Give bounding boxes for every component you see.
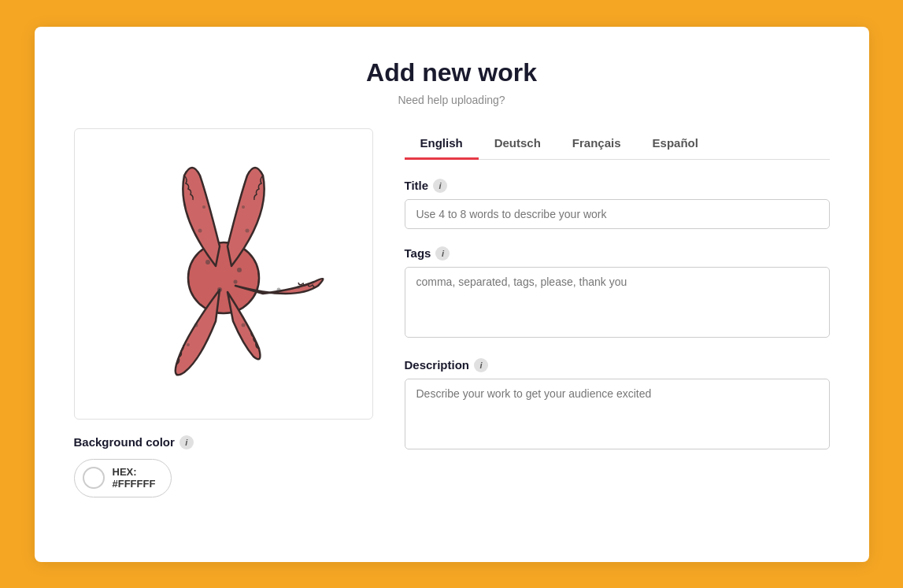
description-field-group: Description i [405, 358, 830, 453]
svg-point-9 [276, 287, 280, 291]
tab-deutsch[interactable]: Deutsch [479, 128, 557, 160]
title-label: Title i [405, 179, 830, 193]
image-preview [74, 128, 373, 420]
svg-point-13 [241, 323, 245, 327]
svg-point-5 [198, 228, 202, 232]
title-field-group: Title i [405, 179, 830, 229]
svg-point-8 [242, 205, 245, 209]
right-panel: English Deutsch Français Español Title i [405, 128, 830, 470]
background-color-info-icon: i [179, 435, 194, 449]
tags-input[interactable] [405, 267, 830, 338]
main-card: Add new work Need help uploading? [35, 27, 869, 562]
svg-point-6 [202, 205, 205, 209]
tags-label: Tags i [405, 246, 830, 261]
svg-point-4 [233, 279, 237, 283]
title-info-icon: i [433, 179, 447, 193]
title-input[interactable] [405, 199, 830, 229]
tags-field-group: Tags i [405, 246, 830, 341]
svg-point-12 [187, 343, 190, 346]
svg-point-2 [237, 268, 242, 272]
svg-point-11 [194, 323, 198, 327]
svg-point-3 [217, 287, 222, 292]
starfish-illustration [113, 164, 334, 384]
svg-point-1 [205, 260, 210, 264]
left-panel: Background color i HEX: #FFFFFF [74, 128, 373, 497]
svg-point-7 [245, 228, 249, 232]
tab-francais[interactable]: Français [557, 128, 637, 160]
main-content: Background color i HEX: #FFFFFF English [74, 128, 830, 497]
tab-espanol[interactable]: Español [637, 128, 714, 160]
description-input[interactable] [405, 379, 830, 449]
description-label: Description i [405, 358, 830, 372]
color-picker-row: HEX: #FFFFFF [74, 459, 373, 497]
tab-english[interactable]: English [405, 128, 479, 160]
language-tabs: English Deutsch Français Español [405, 128, 830, 160]
svg-point-10 [297, 286, 300, 289]
page-title: Add new work [74, 58, 830, 87]
help-text: Need help uploading? [74, 94, 830, 106]
tags-info-icon: i [435, 246, 450, 261]
color-swatch-pill[interactable]: HEX: #FFFFFF [74, 459, 172, 497]
background-color-label: Background color i [74, 435, 373, 449]
svg-point-0 [188, 242, 259, 313]
color-circle [83, 467, 105, 489]
hex-label: HEX: #FFFFFF [113, 466, 156, 490]
description-info-icon: i [474, 358, 488, 372]
